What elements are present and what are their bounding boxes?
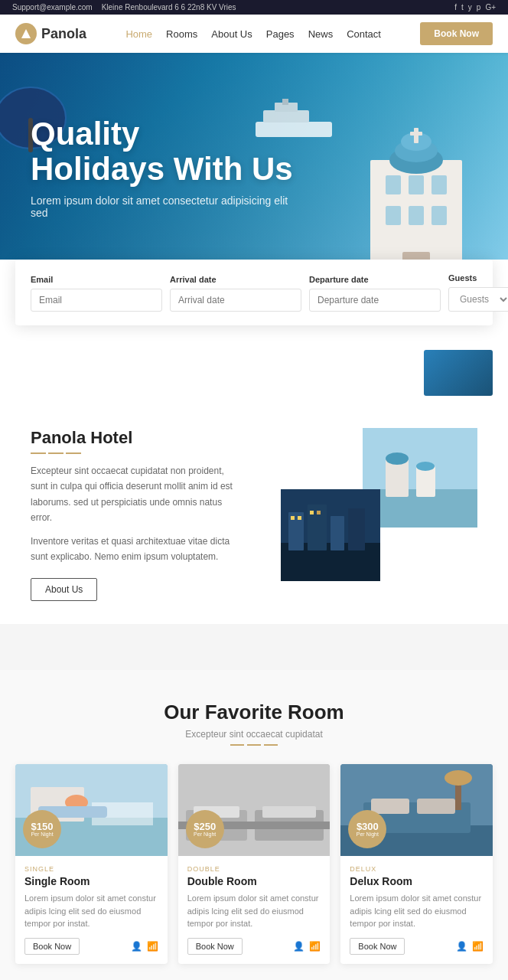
- svg-rect-34: [298, 516, 301, 520]
- hero-subtitle: Lorem ipsum dolor sit amet consectetur a…: [31, 194, 291, 219]
- room-person-icon-3[interactable]: 👤: [456, 941, 467, 952]
- svg-rect-20: [282, 99, 288, 105]
- email-input[interactable]: [31, 289, 162, 312]
- room-desc-single: Lorem ipsum dolor sit amet constur adipi…: [24, 892, 158, 930]
- room-person-icon[interactable]: 👤: [131, 941, 142, 952]
- svg-rect-11: [409, 175, 424, 194]
- room-wifi-icon-2[interactable]: 📶: [309, 941, 321, 952]
- room-actions-delux: Book Now 👤 📶: [350, 938, 484, 955]
- room-icons-delux: 👤 📶: [456, 941, 484, 952]
- hero-section: Quality Holidays With Us Lorem ipsum dol…: [0, 53, 508, 283]
- room-icons-double: 👤 📶: [293, 941, 321, 952]
- svg-point-26: [416, 462, 435, 471]
- departure-label: Departure date: [309, 275, 441, 284]
- svg-rect-31: [331, 516, 344, 550]
- room-name-double: Double Room: [187, 875, 321, 887]
- room-book-single[interactable]: Book Now: [24, 938, 80, 955]
- arrival-group: Arrival date: [170, 275, 301, 312]
- room-book-double[interactable]: Book Now: [187, 938, 243, 955]
- rooms-gold-2: [247, 744, 261, 746]
- nav-rooms[interactable]: Rooms: [166, 28, 197, 40]
- room-book-delux[interactable]: Book Now: [350, 938, 405, 955]
- rooms-section-subtitle: Excepteur sint occaecat cupidatat: [15, 729, 493, 740]
- svg-rect-25: [416, 466, 435, 497]
- nav-news[interactable]: News: [308, 28, 334, 40]
- svg-point-53: [444, 770, 472, 786]
- nav-links: Home Rooms About Us Pages News Contact: [125, 28, 381, 40]
- room-wifi-icon-3[interactable]: 📶: [472, 941, 484, 952]
- room-person-icon-2[interactable]: 👤: [293, 941, 304, 952]
- about-image-2: [281, 489, 380, 581]
- room-price-single: $150 Per Night: [23, 810, 61, 848]
- nav-book-button[interactable]: Book Now: [420, 22, 493, 45]
- hero-content: Quality Holidays With Us Lorem ipsum dol…: [0, 116, 324, 219]
- nav-about[interactable]: About Us: [211, 28, 252, 40]
- rooms-section: Our Favorite Room Excepteur sint occaeca…: [0, 670, 508, 980]
- room-name-single: Single Room: [24, 875, 158, 887]
- about-content: Panola Hotel Excepteur sint occaecat cup…: [31, 428, 243, 601]
- hero-title-line1: Quality: [31, 116, 293, 152]
- top-bar: Support@example.com Kleine Renboulevard …: [0, 0, 508, 15]
- top-bar-contact: Support@example.com Kleine Renboulevard …: [12, 3, 236, 11]
- facebook-icon[interactable]: f: [454, 3, 457, 11]
- arrival-input[interactable]: [170, 289, 301, 312]
- rooms-grid: $150 Per Night Single Single Room Lorem …: [15, 764, 493, 964]
- about-button[interactable]: About Us: [31, 578, 97, 601]
- gold-line-1: [31, 452, 46, 454]
- about-text-1: Excepteur sint occaecat cupidatat non pr…: [31, 463, 243, 526]
- email-label: Email: [31, 275, 162, 284]
- room-tag-double: Double: [187, 865, 321, 873]
- gold-line-2: [48, 452, 64, 454]
- top-bar-social: f t y p G+: [454, 3, 496, 11]
- googleplus-icon[interactable]: G+: [485, 3, 496, 11]
- guests-select[interactable]: Guests 1 2 3 4+: [448, 287, 508, 312]
- nav-contact[interactable]: Contact: [347, 28, 381, 40]
- room-wifi-icon[interactable]: 📶: [147, 941, 158, 952]
- svg-rect-35: [310, 511, 314, 514]
- departure-input[interactable]: [309, 289, 441, 312]
- svg-point-24: [386, 452, 409, 465]
- twitter-icon[interactable]: t: [461, 3, 464, 11]
- rooms-gold-1: [230, 744, 244, 746]
- room-price-double: $250 Per Night: [186, 810, 224, 848]
- about-gold-line: [31, 452, 243, 454]
- room-info-single: Single Single Room Lorem ipsum dolor sit…: [15, 856, 168, 964]
- youtube-icon[interactable]: y: [468, 3, 472, 11]
- logo-svg: [20, 28, 32, 40]
- email-group: Email: [31, 275, 162, 312]
- about-images: [265, 428, 477, 581]
- room-image-delux: $300 Per Night: [340, 764, 493, 856]
- top-bar-email: Support@example.com: [12, 3, 93, 11]
- svg-rect-54: [371, 799, 409, 814]
- room-tag-single: Single: [24, 865, 158, 873]
- room-actions-single: Book Now 👤 📶: [24, 938, 158, 955]
- room-name-delux: Delux Room: [350, 875, 484, 887]
- pinterest-icon[interactable]: p: [477, 3, 481, 11]
- logo-icon: [15, 23, 37, 44]
- arrival-label: Arrival date: [170, 275, 301, 284]
- room-actions-double: Book Now 👤 📶: [187, 938, 321, 955]
- room-desc-delux: Lorem ipsum dolor sit amet constur adipi…: [350, 892, 484, 930]
- hero-title-line2: Holidays With Us: [31, 152, 293, 187]
- svg-rect-33: [291, 516, 295, 520]
- hero-thumbnail: [424, 350, 493, 396]
- nav-home[interactable]: Home: [125, 28, 152, 40]
- rooms-gold-line: [15, 744, 493, 746]
- svg-marker-0: [21, 29, 31, 38]
- about-title: Panola Hotel: [31, 428, 243, 448]
- nav-pages[interactable]: Pages: [266, 28, 295, 40]
- svg-rect-48: [262, 806, 316, 818]
- svg-rect-10: [386, 175, 401, 194]
- logo[interactable]: Panola: [15, 23, 86, 44]
- room-icons-single: 👤 📶: [131, 941, 158, 952]
- room-tag-delux: Delux: [350, 865, 484, 873]
- booking-form: Email Arrival date Departure date Guests…: [15, 260, 493, 325]
- svg-rect-12: [431, 175, 447, 194]
- logo-text: Panola: [41, 26, 86, 42]
- room-card-single: $150 Per Night Single Single Room Lorem …: [15, 764, 168, 964]
- thumbnail-strip: [0, 341, 508, 405]
- guests-group: Guests Guests 1 2 3 4+: [448, 273, 508, 312]
- svg-rect-9: [410, 132, 422, 136]
- svg-rect-13: [386, 206, 401, 225]
- svg-rect-55: [417, 799, 455, 814]
